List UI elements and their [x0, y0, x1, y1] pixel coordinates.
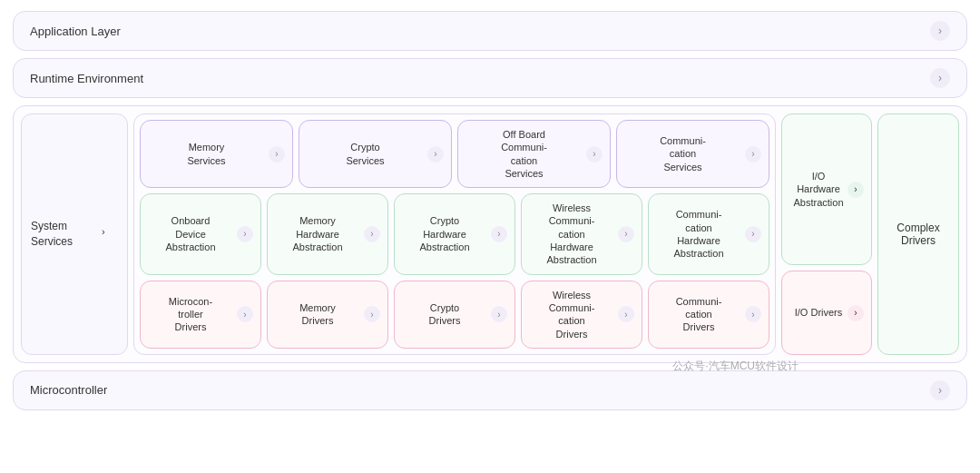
io-drivers-label: I/O Drivers [789, 306, 848, 319]
memory-drivers-label: MemoryDrivers [275, 301, 360, 328]
application-layer-chevron[interactable]: › [930, 21, 950, 41]
comm-drivers-label: Communi-cationDrivers [656, 295, 741, 334]
crypto-services-chevron[interactable]: › [427, 146, 444, 163]
memory-ha-chevron[interactable]: › [364, 226, 380, 242]
comm-services-label: Communi-cationServices [624, 134, 741, 173]
system-services-label: System Services [31, 219, 102, 250]
microcontroller-row: Microcontroller › [13, 370, 967, 410]
mcu-drivers-label: Microcon-trollerDrivers [148, 295, 233, 334]
onboard-device-abstraction-label: OnboardDeviceAbstraction [148, 214, 233, 253]
memory-services-chevron[interactable]: › [269, 146, 285, 163]
comm-ha-label: Communi-cationHardwareAbstraction [656, 208, 741, 260]
application-layer-box[interactable]: Application Layer › [13, 11, 967, 51]
crypto-ha-box[interactable]: CryptoHardwareAbstraction › [394, 193, 515, 274]
wireless-comm-drivers-chevron[interactable]: › [618, 306, 634, 322]
io-drivers-chevron[interactable]: › [848, 305, 864, 321]
runtime-layer-row: Runtime Environment › [13, 58, 967, 98]
wireless-comm-ha-chevron[interactable]: › [618, 226, 634, 242]
mcu-drivers-box[interactable]: Microcon-trollerDrivers › [140, 281, 261, 349]
crypto-ha-chevron[interactable]: › [491, 226, 507, 242]
microcontroller-chevron[interactable]: › [930, 380, 950, 400]
system-services-chevron[interactable]: › [102, 226, 118, 242]
io-ha-chevron[interactable]: › [848, 182, 864, 198]
crypto-services-label: CryptoServices [307, 141, 424, 167]
application-layer-label: Application Layer [30, 25, 121, 38]
runtime-layer-chevron[interactable]: › [930, 68, 950, 88]
microcontroller-box[interactable]: Microcontroller › [13, 370, 967, 410]
io-ha-label: I/OHardwareAbstraction [789, 170, 848, 209]
comm-ha-chevron[interactable]: › [745, 226, 761, 242]
wireless-comm-drivers-label: WirelessCommuni-cationDrivers [529, 289, 614, 340]
offboard-comm-services-box[interactable]: Off BoardCommuni-cationServices › [457, 120, 611, 188]
arch-area: System Services › MemoryServices › Crypt… [13, 105, 967, 363]
memory-drivers-box[interactable]: MemoryDrivers › [267, 281, 388, 349]
inner-grouped: MemoryServices › CryptoServices › Off Bo… [133, 113, 776, 355]
onboard-device-abstraction-box[interactable]: OnboardDeviceAbstraction › [140, 193, 261, 274]
comm-drivers-box[interactable]: Communi-cationDrivers › [648, 281, 769, 349]
crypto-drivers-label: CryptoDrivers [402, 301, 487, 328]
complex-drivers-label: Complex Drivers [886, 222, 951, 247]
io-col: I/OHardwareAbstraction › I/O Drivers › [781, 113, 872, 355]
io-drivers-box[interactable]: I/O Drivers › [781, 271, 872, 355]
crypto-ha-label: CryptoHardwareAbstraction [402, 214, 487, 253]
offboard-comm-services-label: Off BoardCommuni-cationServices [466, 128, 583, 180]
memory-services-box[interactable]: MemoryServices › [140, 120, 293, 188]
wireless-comm-ha-label: WirelessCommuni-cationHardwareAbstractio… [529, 202, 614, 266]
comm-ha-box[interactable]: Communi-cationHardwareAbstraction › [648, 193, 769, 274]
comm-services-box[interactable]: Communi-cationServices › [616, 120, 769, 188]
services-row: MemoryServices › CryptoServices › Off Bo… [140, 120, 769, 188]
comm-drivers-chevron[interactable]: › [745, 306, 761, 322]
memory-ha-box[interactable]: MemoryHardwareAbstraction › [267, 193, 388, 274]
mcu-drivers-chevron[interactable]: › [237, 306, 253, 322]
system-services-col: System Services › [21, 113, 128, 355]
application-layer-row: Application Layer › [13, 11, 967, 51]
io-ha-box[interactable]: I/OHardwareAbstraction › [781, 113, 872, 265]
complex-drivers-col: Complex Drivers [877, 113, 959, 355]
drivers-row: Microcon-trollerDrivers › MemoryDrivers … [140, 281, 769, 349]
wireless-comm-ha-box[interactable]: WirelessCommuni-cationHardwareAbstractio… [521, 193, 642, 274]
memory-ha-label: MemoryHardwareAbstraction [275, 214, 360, 253]
offboard-comm-services-chevron[interactable]: › [586, 146, 603, 163]
wireless-comm-drivers-box[interactable]: WirelessCommuni-cationDrivers › [521, 281, 642, 349]
memory-drivers-chevron[interactable]: › [364, 306, 380, 322]
crypto-services-box[interactable]: CryptoServices › [299, 120, 452, 188]
comm-services-chevron[interactable]: › [745, 146, 761, 163]
hal-row: OnboardDeviceAbstraction › MemoryHardwar… [140, 193, 769, 274]
system-services-box[interactable]: System Services › [21, 113, 128, 355]
memory-services-label: MemoryServices [148, 141, 265, 167]
crypto-drivers-chevron[interactable]: › [491, 306, 507, 322]
onboard-device-chevron[interactable]: › [237, 226, 253, 242]
runtime-layer-box[interactable]: Runtime Environment › [13, 58, 967, 98]
complex-drivers-box[interactable]: Complex Drivers [877, 113, 959, 355]
microcontroller-label: Microcontroller [30, 383, 107, 397]
crypto-drivers-box[interactable]: CryptoDrivers › [394, 281, 515, 349]
runtime-layer-label: Runtime Environment [30, 72, 143, 85]
